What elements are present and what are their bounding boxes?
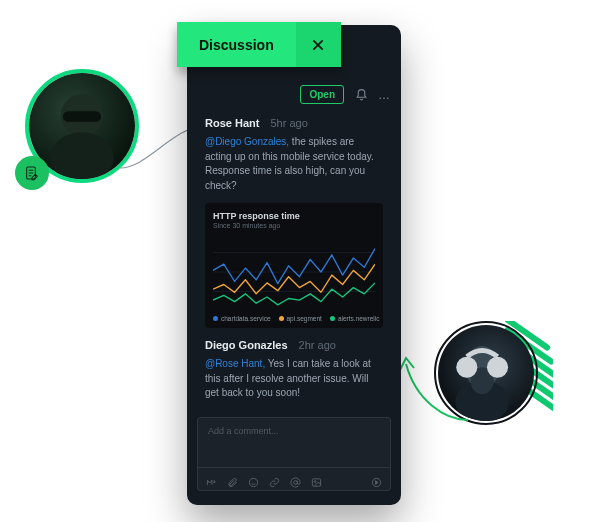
- chart-subtitle: Since 30 minutes ago: [213, 222, 375, 229]
- legend-label: chartdata.service: [221, 315, 271, 322]
- emoji-icon[interactable]: [248, 474, 259, 485]
- legend-label: api.segment: [287, 315, 322, 322]
- legend-item[interactable]: api.segment: [279, 315, 322, 322]
- message-body: @Rose Hant, Yes I can take a look at thi…: [205, 357, 383, 401]
- mention[interactable]: @Diego Gonzales,: [205, 136, 289, 147]
- legend-item[interactable]: chartdata.service: [213, 315, 271, 322]
- chart-title: HTTP response time: [213, 211, 375, 221]
- bell-icon: [355, 88, 368, 101]
- close-button[interactable]: [296, 22, 341, 67]
- svg-point-13: [294, 480, 298, 484]
- discussion-panel: Discussion Open … Rose Hant 5hr ago @Die…: [187, 25, 401, 505]
- edit-note-icon: [15, 156, 49, 190]
- close-icon: [310, 37, 326, 53]
- comment-input[interactable]: Add a comment...: [197, 417, 391, 491]
- avatar-illustration: [438, 325, 534, 421]
- message: Rose Hant 5hr ago @Diego Gonzales, the s…: [205, 117, 383, 328]
- message-header: Diego Gonazles 2hr ago: [205, 339, 383, 351]
- tab-header: Discussion: [177, 22, 341, 67]
- send-button[interactable]: [371, 474, 382, 485]
- message-author: Rose Hant: [205, 117, 259, 129]
- message-timestamp: 5hr ago: [270, 117, 307, 129]
- message-body: @Diego Gonzales, the spikes are acting u…: [205, 135, 383, 193]
- comment-toolbar: [198, 467, 390, 490]
- message: Diego Gonazles 2hr ago @Rose Hant, Yes I…: [205, 339, 383, 401]
- chart-card[interactable]: HTTP response time Since 30 minutes ago …: [205, 203, 383, 328]
- more-menu-button[interactable]: …: [378, 89, 391, 101]
- svg-point-15: [314, 480, 316, 482]
- legend-swatch: [279, 316, 284, 321]
- message-timestamp: 2hr ago: [299, 339, 336, 351]
- link-icon[interactable]: [269, 474, 280, 485]
- chart-plot: [213, 233, 375, 311]
- message-header: Rose Hant 5hr ago: [205, 117, 383, 129]
- legend-swatch: [213, 316, 218, 321]
- svg-rect-2: [63, 111, 101, 122]
- legend-swatch: [330, 316, 335, 321]
- mention-icon[interactable]: [290, 474, 301, 485]
- avatar-diego: [438, 325, 534, 421]
- tab-discussion[interactable]: Discussion: [177, 22, 296, 67]
- tab-label: Discussion: [199, 37, 274, 53]
- chart-legend: chartdata.serviceapi.segmentalerts.newre…: [213, 315, 375, 322]
- image-icon[interactable]: [311, 474, 322, 485]
- svg-point-1: [50, 132, 114, 179]
- attachment-icon[interactable]: [227, 474, 238, 485]
- svg-point-8: [487, 357, 508, 378]
- legend-label: alerts.newrelic: [338, 315, 380, 322]
- notifications-button[interactable]: [354, 88, 368, 102]
- status-label: Open: [309, 89, 335, 100]
- message-author: Diego Gonazles: [205, 339, 288, 351]
- mention[interactable]: @Rose Hant,: [205, 358, 265, 369]
- legend-item[interactable]: alerts.newrelic: [330, 315, 380, 322]
- comment-placeholder: Add a comment...: [208, 426, 279, 436]
- svg-point-12: [249, 478, 257, 486]
- markdown-icon[interactable]: [206, 474, 217, 485]
- svg-point-7: [456, 357, 477, 378]
- panel-top-bar: Open …: [300, 85, 391, 104]
- status-badge[interactable]: Open: [300, 85, 344, 104]
